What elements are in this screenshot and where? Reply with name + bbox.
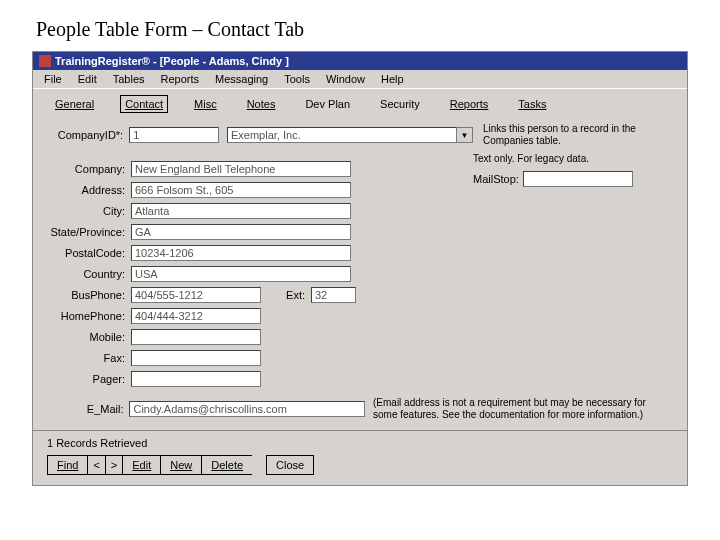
label-fax: Fax: — [47, 352, 131, 364]
window-title: TrainingRegister® - [People - Adams, Cin… — [55, 55, 289, 67]
tab-general-label: General — [55, 98, 94, 110]
menu-file[interactable]: File — [37, 72, 69, 86]
menu-edit[interactable]: Edit — [71, 72, 104, 86]
label-ext: Ext: — [261, 289, 311, 301]
close-button-label: Close — [276, 459, 304, 471]
app-icon — [39, 55, 51, 67]
busphone-field[interactable] — [131, 287, 261, 303]
tab-tasks-label: Tasks — [518, 98, 546, 110]
label-busphone: BusPhone: — [47, 289, 131, 301]
label-company: Company: — [47, 163, 131, 175]
label-companyid: CompanyID*: — [47, 129, 129, 141]
email-note: (Email address is not a requirement but … — [373, 397, 673, 421]
delete-button[interactable]: Delete — [201, 455, 252, 475]
stateprov-field[interactable] — [131, 224, 351, 240]
prev-button[interactable]: < — [87, 455, 104, 475]
postal-field[interactable] — [131, 245, 351, 261]
menubar: File Edit Tables Reports Messaging Tools… — [33, 70, 687, 89]
label-mobile: Mobile: — [47, 331, 131, 343]
tab-general[interactable]: General — [51, 96, 98, 112]
label-email: E_Mail: — [47, 403, 129, 415]
tab-misc-label: Misc — [194, 98, 217, 110]
close-button[interactable]: Close — [266, 455, 314, 475]
label-postal: PostalCode: — [47, 247, 131, 259]
tabbar: General Contact Misc Notes Dev Plan Secu… — [33, 89, 687, 113]
tab-devplan[interactable]: Dev Plan — [301, 96, 354, 112]
pager-field[interactable] — [131, 371, 261, 387]
form-area: CompanyID*: ▼ Links this person to a rec… — [33, 113, 687, 430]
tab-notes-label: Notes — [247, 98, 276, 110]
tab-security[interactable]: Security — [376, 96, 424, 112]
edit-button-label: Edit — [132, 459, 151, 471]
delete-button-label: Delete — [211, 459, 243, 471]
edit-button[interactable]: Edit — [122, 455, 160, 475]
address-field[interactable] — [131, 182, 351, 198]
mailstop-field[interactable] — [523, 171, 633, 187]
label-address: Address: — [47, 184, 131, 196]
find-button-label: Find — [57, 459, 78, 471]
ext-field[interactable] — [311, 287, 356, 303]
tab-devplan-label: Dev Plan — [305, 98, 350, 110]
menu-tables[interactable]: Tables — [106, 72, 152, 86]
footer: 1 Records Retrieved Find < > Edit New De… — [33, 430, 687, 485]
mobile-field[interactable] — [131, 329, 261, 345]
menu-window[interactable]: Window — [319, 72, 372, 86]
new-button-label: New — [170, 459, 192, 471]
tab-contact-label: Contact — [125, 98, 163, 110]
label-city: City: — [47, 205, 131, 217]
company-combo-field[interactable] — [227, 127, 457, 143]
records-retrieved: 1 Records Retrieved — [47, 437, 673, 449]
label-mailstop: MailStop: — [473, 173, 519, 185]
menu-reports[interactable]: Reports — [154, 72, 207, 86]
legacy-note: Text only. For legacy data. — [473, 153, 589, 164]
email-field[interactable] — [129, 401, 365, 417]
fax-field[interactable] — [131, 350, 261, 366]
find-button[interactable]: Find — [47, 455, 87, 475]
app-window: TrainingRegister® - [People - Adams, Cin… — [32, 51, 688, 486]
tab-contact[interactable]: Contact — [120, 95, 168, 113]
label-pager: Pager: — [47, 373, 131, 385]
homephone-field[interactable] — [131, 308, 261, 324]
button-bar: Find < > Edit New Delete Close — [47, 455, 673, 475]
tab-security-label: Security — [380, 98, 420, 110]
tab-tasks[interactable]: Tasks — [514, 96, 550, 112]
label-country: Country: — [47, 268, 131, 280]
titlebar: TrainingRegister® - [People - Adams, Cin… — [33, 52, 687, 70]
country-field[interactable] — [131, 266, 351, 282]
tab-notes[interactable]: Notes — [243, 96, 280, 112]
chevron-down-icon[interactable]: ▼ — [457, 127, 473, 143]
company-field[interactable] — [131, 161, 351, 177]
label-homephone: HomePhone: — [47, 310, 131, 322]
companyid-note: Links this person to a record in the Com… — [483, 123, 673, 147]
menu-messaging[interactable]: Messaging — [208, 72, 275, 86]
tab-reports-label: Reports — [450, 98, 489, 110]
new-button[interactable]: New — [160, 455, 201, 475]
companyid-field[interactable] — [129, 127, 219, 143]
label-stateprov: State/Province: — [47, 226, 131, 238]
menu-help[interactable]: Help — [374, 72, 411, 86]
tab-misc[interactable]: Misc — [190, 96, 221, 112]
next-button[interactable]: > — [105, 455, 122, 475]
city-field[interactable] — [131, 203, 351, 219]
company-combo[interactable]: ▼ — [227, 127, 473, 143]
menu-tools[interactable]: Tools — [277, 72, 317, 86]
document-heading: People Table Form – Contact Tab — [36, 18, 720, 41]
tab-reports[interactable]: Reports — [446, 96, 493, 112]
